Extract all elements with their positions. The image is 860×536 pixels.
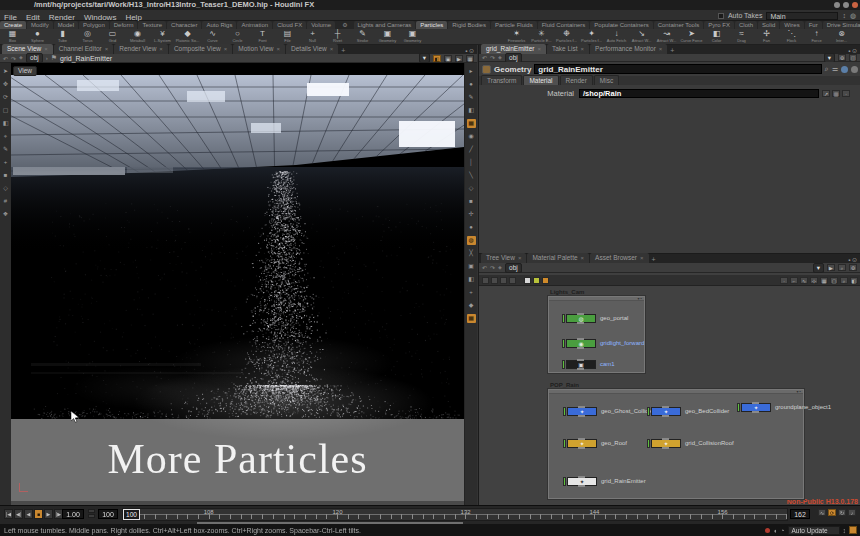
network-box-header[interactable]: ▾ ▪ (549, 390, 803, 394)
path-root-chip[interactable]: obj (505, 53, 522, 63)
open-floating-icon[interactable]: ▥ (832, 90, 840, 97)
node-display-flag[interactable] (563, 407, 566, 416)
range-start-field[interactable]: 100 (98, 509, 118, 519)
node-grid_rainemitter[interactable]: ✦grid_RainEmitter (563, 476, 646, 486)
close-tab-icon[interactable]: × (224, 46, 228, 52)
pin-icon[interactable]: ⌖ (19, 54, 23, 62)
shelf-tab-cloth[interactable]: Cloth (735, 21, 757, 29)
display-option-icon[interactable]: ◆ (467, 301, 476, 310)
view-menu-button[interactable]: View (13, 66, 37, 76)
display-option-icon[interactable]: ▦ (467, 119, 476, 128)
audio-icon[interactable]: ♪ (848, 509, 856, 516)
timeline-ruler[interactable]: 100 108120132144156 (122, 508, 788, 521)
global-start-field[interactable]: 1.00 (62, 509, 84, 519)
tool-circle[interactable]: ○Circle (225, 29, 250, 44)
tool-null[interactable]: +Null (300, 29, 325, 44)
close-tab-icon[interactable]: × (277, 46, 281, 52)
shelf-tab-particles[interactable]: Particles (416, 21, 447, 29)
tab-material-palette[interactable]: Material Palette× (527, 253, 589, 263)
node-name-field[interactable]: grid_RainEmitter (534, 64, 821, 74)
node-geo_ghost_collider[interactable]: ✦geo_Ghost_Collider (563, 406, 654, 416)
display-option-icon[interactable]: ● (467, 223, 476, 232)
network-option-icon[interactable]: ⊹ (810, 277, 818, 284)
display-option-icon[interactable]: ╱ (467, 145, 476, 154)
network-option-icon[interactable]: ∿ (800, 277, 808, 284)
tool-particles-f-[interactable]: ✦Particles f... (579, 29, 604, 44)
viewport-tool-icon[interactable]: ◧ (1, 119, 10, 128)
close-tab-icon[interactable]: × (518, 255, 522, 261)
network-box-lights_cam[interactable]: Lights_Cam▾ ▪◍geo_portal◉gridlight_forwa… (548, 296, 645, 373)
display-option-icon[interactable]: │ (467, 158, 476, 167)
tool-torus[interactable]: ◎Torus (75, 29, 100, 44)
close-tab-icon[interactable]: × (159, 46, 163, 52)
tool-sphere[interactable]: ●Sphere (25, 29, 50, 44)
sliders-icon[interactable]: ⚌ (832, 65, 838, 73)
network-box-header[interactable]: ▾ ▪ (549, 297, 644, 301)
node-body-icon[interactable]: ✦ (567, 407, 597, 416)
message-log-icon[interactable]: ◖ (773, 527, 777, 534)
help-globe-icon[interactable]: ◍ (850, 12, 856, 20)
shelf-tab-animation[interactable]: Animation (237, 21, 272, 29)
param-dropdown[interactable]: ▾ (824, 53, 835, 63)
shelf-tab-wires[interactable]: Wires (780, 21, 803, 29)
node-chooser-icon[interactable]: ↗ (822, 90, 830, 97)
loop-icon[interactable]: ↻ (838, 509, 846, 516)
tab-composite-view[interactable]: Composite View× (169, 44, 232, 54)
search-icon[interactable]: ⌕ (838, 264, 846, 271)
node-body-icon[interactable]: ✦ (651, 407, 681, 416)
auto-update-selector[interactable]: Auto Update (788, 526, 840, 535)
close-tab-icon[interactable]: × (581, 255, 585, 261)
param-tab-misc[interactable]: Misc (594, 75, 619, 85)
display-option-icon[interactable]: ◍ (467, 236, 476, 245)
clear-icon[interactable]: · (842, 90, 850, 97)
shelf-tab-particle-fluids[interactable]: Particle Fluids (491, 21, 537, 29)
node-display-flag[interactable] (647, 407, 650, 416)
node-display-flag[interactable] (563, 439, 566, 448)
tool-fan[interactable]: ✢Fan (754, 29, 779, 44)
node-body-icon[interactable]: ✦ (651, 439, 681, 448)
gear-icon[interactable]: ⚙ (849, 264, 857, 271)
network-option-icon[interactable]: ▦ (820, 277, 828, 284)
node-body-icon[interactable]: ▣ (566, 360, 596, 369)
realtime-toggle-icon[interactable]: ∿ (818, 509, 826, 516)
node-display-flag[interactable] (562, 339, 565, 348)
display-option-icon[interactable]: ✎ (467, 93, 476, 102)
shelf-tab-container-tools[interactable]: Container Tools (654, 21, 704, 29)
material-path-field[interactable]: /shop/Rain (579, 89, 819, 98)
node-display-flag[interactable] (562, 360, 565, 369)
viewport-tool-icon[interactable]: ■ (1, 171, 10, 180)
node-body-icon[interactable]: ✦ (741, 403, 771, 412)
notifications-icon[interactable]: ◔ (780, 527, 784, 534)
tool-tube[interactable]: ▮Tube (50, 29, 75, 44)
list-view-icon[interactable] (482, 277, 489, 284)
close-tab-icon[interactable]: × (105, 46, 109, 52)
display-option-icon[interactable]: ◧ (467, 275, 476, 284)
back-arrow-icon[interactable]: ↶ (482, 264, 487, 271)
tab-details-view[interactable]: Details View× (286, 44, 338, 54)
network-option-icon[interactable]: ⌕ (840, 277, 848, 284)
shelf-tab-cloud-fx[interactable]: Cloud FX (273, 21, 306, 29)
layout-icon[interactable] (509, 277, 516, 284)
viewport-tool-icon[interactable]: ⌖ (1, 132, 10, 141)
tool-inter-[interactable]: ⊗Inter... (829, 29, 854, 44)
node-groundplane_object1[interactable]: ✦groundplane_object1 (737, 402, 831, 412)
tool-attract-w-[interactable]: ↘Attract W... (629, 29, 654, 44)
node-gridlight_forward[interactable]: ◉gridlight_forward (562, 338, 644, 348)
display-option-icon[interactable]: ▦ (467, 314, 476, 323)
camera-icon[interactable]: ▣ (444, 55, 452, 62)
shelf-tab-drive-simulation[interactable]: Drive Simulation (823, 21, 860, 29)
tool-particle-e-[interactable]: ✳Particle E... (529, 29, 554, 44)
network-option-icon[interactable]: ⌐ (790, 277, 798, 284)
close-button[interactable] (852, 2, 858, 8)
tab-asset-browser[interactable]: Asset Browser× (590, 253, 648, 263)
current-frame-indicator[interactable]: 100 (123, 509, 140, 520)
tool-color[interactable]: ◧Color (704, 29, 729, 44)
tree-view-icon[interactable] (500, 277, 507, 284)
lock-icon[interactable]: ◫ (849, 54, 857, 61)
new-tab-icon[interactable]: + (341, 47, 345, 54)
play-button[interactable]: ▶ (44, 509, 53, 519)
shelf-tab-modify[interactable]: Modify (27, 21, 53, 29)
take-selector[interactable]: Main (766, 12, 838, 20)
shelf-tab-fluid-containers[interactable]: Fluid Containers (538, 21, 590, 29)
shelf-tab-deform[interactable]: Deform (110, 21, 138, 29)
